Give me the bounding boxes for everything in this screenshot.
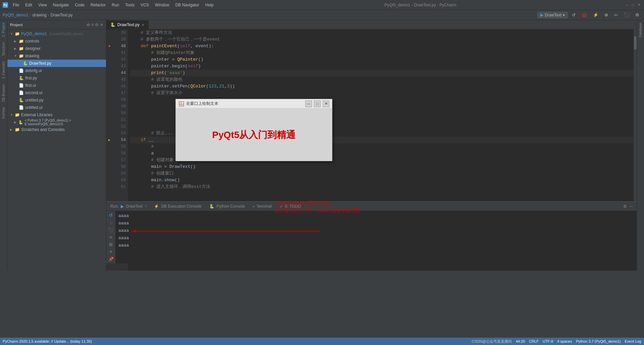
coverage-button[interactable]: ⚡	[591, 11, 600, 18]
debug-button[interactable]: 🐞	[580, 11, 589, 18]
tree-untitled-py[interactable]: 🐍untitled.py	[7, 96, 106, 104]
tree-second-ui[interactable]: 📄second.ui	[7, 89, 106, 96]
menu-run[interactable]: Run	[109, 2, 122, 8]
tree-scratches[interactable]: ▶📁Scratches and Consoles	[7, 126, 106, 133]
settings-toolbar-button[interactable]: ⚙	[633, 11, 641, 18]
cursor-position[interactable]: 44:20	[516, 339, 525, 343]
build-button[interactable]: ⇦	[612, 11, 620, 18]
tree-untitled-ui[interactable]: 📄untitled.ui	[7, 104, 106, 111]
menu-tools[interactable]: Tools	[122, 2, 137, 8]
tree-external-libs[interactable]: ▼📁External Libraries	[7, 111, 106, 119]
pin2-button[interactable]: 📌	[107, 256, 115, 262]
pin-button[interactable]: ⊞	[107, 242, 115, 248]
rerun-button[interactable]: ↺	[107, 212, 115, 218]
python-version[interactable]: Python 3.7 (PyQt5_demo1)	[576, 339, 621, 343]
run-config-selector[interactable]: ▶ DrawText ▾	[537, 12, 568, 18]
project-tree: ▼ 📁 PyQt5_demo1 E:\code\PyQt5_demo1 ▶📁co…	[7, 29, 106, 271]
gutter-48	[106, 96, 112, 103]
gutter-47	[106, 90, 112, 96]
tree-controls[interactable]: ▶📁controls	[7, 38, 106, 45]
menu-file[interactable]: File	[10, 2, 22, 8]
menu-refactor[interactable]: Refactor	[88, 2, 108, 8]
settings-run-button[interactable]: ≡	[107, 249, 115, 255]
status-update-text[interactable]: PyCharm 2020.1.5 available: // Update...…	[3, 339, 468, 343]
minimize-button[interactable]: ─	[625, 3, 629, 7]
editor-tab-drawtext[interactable]: 🐍 DrawText.py ✕	[106, 20, 149, 29]
menu-navigate[interactable]: Navigate	[50, 2, 71, 8]
sidebar-settings-icon[interactable]: ⊕	[87, 22, 90, 27]
scrollbar-thumb[interactable]	[634, 36, 637, 50]
tree-designer[interactable]: ▶📁designer	[7, 45, 106, 52]
menu-vcs[interactable]: VCS	[138, 2, 152, 8]
right-tab-database[interactable]: Database	[638, 20, 643, 40]
bottom-settings-icon[interactable]: ⚙	[623, 204, 627, 209]
menu-help[interactable]: Help	[203, 2, 216, 8]
scroll-down-button[interactable]: ↓	[107, 220, 115, 226]
popup-maximize-button[interactable]: □	[314, 100, 321, 107]
stop-run-button[interactable]: ⬛	[107, 227, 115, 233]
sidebar-gear-icon[interactable]: ⚙	[95, 22, 99, 27]
indent[interactable]: 4 spaces	[557, 339, 572, 343]
tree-first-ui[interactable]: 📄first.ui	[7, 82, 106, 89]
profile-button[interactable]: ⊕	[602, 11, 610, 18]
popup-minimize-button[interactable]: ─	[305, 100, 312, 107]
menu-db-navigator[interactable]: DB Navigator	[173, 2, 202, 8]
popup-titlebar: 🪟 在窗口上绘制文本 ─ □ ✕	[176, 99, 332, 109]
breadcrumb-folder[interactable]: drawing	[33, 13, 47, 17]
tree-root[interactable]: ▼ 📁 PyQt5_demo1 E:\code\PyQt5_demo1	[7, 30, 106, 38]
breadcrumb-file[interactable]: DrawText.py	[51, 13, 73, 17]
bottom-hide-icon[interactable]: ─	[630, 204, 633, 209]
stop-button[interactable]: ⬛	[622, 11, 631, 18]
tab-python-console[interactable]: 🐍Python Console	[205, 202, 249, 211]
activity-project[interactable]: 1: Project	[1, 20, 6, 40]
menu-code[interactable]: Code	[72, 2, 87, 8]
breakpoint-icon[interactable]: ●	[108, 44, 110, 49]
breadcrumb-project[interactable]: PyQt5_demo1	[3, 13, 29, 17]
run-button[interactable]: ↺	[570, 11, 578, 18]
code-line-39: # 参数两个，一个它自己，一个是event	[130, 36, 634, 43]
tab-db-execution-console[interactable]: ⚡DB Execution Console	[150, 202, 205, 211]
close-button[interactable]: ✕	[637, 3, 641, 7]
encoding[interactable]: UTF-8	[543, 339, 553, 343]
activity-favorites[interactable]: 2: Favorites	[1, 59, 6, 81]
linenum-55: 55	[114, 143, 126, 150]
popup-window[interactable]: 🪟 在窗口上绘制文本 ─ □ ✕ PyQt5从入门到精通	[175, 99, 332, 161]
tab-terminal[interactable]: ▪Terminal	[249, 202, 276, 211]
linenum-45: 45	[114, 76, 126, 83]
menu-edit[interactable]: Edit	[22, 2, 35, 8]
tree-debnfg-ui[interactable]: 📄debnfg.ui	[7, 67, 106, 74]
popup-close-button[interactable]: ✕	[323, 100, 329, 107]
gutter-52	[106, 123, 112, 130]
sidebar-close-icon[interactable]: ✕	[100, 22, 103, 27]
popup-title-text: 在窗口上绘制文本	[186, 101, 303, 107]
maximize-button[interactable]: □	[631, 3, 635, 7]
linenum-51: 51	[114, 117, 126, 123]
tab-close-drawtext[interactable]: ✕	[142, 23, 144, 27]
title-bar: Py File Edit View Navigate Code Refactor…	[0, 0, 644, 10]
gutter-50	[106, 110, 112, 117]
linenum-47: 47	[114, 90, 126, 96]
tree-python-env[interactable]: ▶🐍< Python 3.7 (PyQt5_demo1) > E:\venvs\…	[7, 119, 106, 126]
line-ending[interactable]: CRLF	[529, 339, 539, 343]
activity-db-browser[interactable]: DB Browser	[1, 81, 6, 105]
code-line-43: painter.begin(self)	[130, 63, 634, 70]
tree-drawtext-py[interactable]: 🐍DrawText.py	[7, 60, 106, 67]
linenum-59: 59	[114, 170, 126, 177]
menu-view[interactable]: View	[36, 2, 50, 8]
linenum-44: 44	[114, 70, 126, 76]
soft-wrap-button[interactable]: ≡	[107, 234, 115, 240]
run-tab-close[interactable]: ✕	[145, 204, 147, 208]
toolbar-right: ▶ DrawText ▾ ↺ 🐞 ⚡ ⊕ ⇦ ⬛ ⚙	[537, 11, 641, 18]
sidebar-collapse-icon[interactable]: ≡	[91, 22, 94, 27]
menu-window[interactable]: Window	[152, 2, 172, 8]
activity-sciview[interactable]: SciView	[1, 105, 6, 122]
tree-drawing[interactable]: ▼📁drawing	[7, 52, 106, 60]
tree-first-py[interactable]: 🐍first.py	[7, 74, 106, 82]
right-scrollbar[interactable]	[633, 29, 637, 201]
run-content[interactable]: aaaa aaaa aaaa aaaa aaaa	[116, 211, 637, 263]
code-line-59: # 创建窗口	[130, 170, 634, 177]
gutter-54: ▶	[106, 137, 112, 143]
git-info: CSDN@公众号及直播间	[472, 339, 512, 344]
event-log[interactable]: Event Log	[625, 339, 641, 343]
activity-structure[interactable]: Structure	[1, 40, 6, 59]
